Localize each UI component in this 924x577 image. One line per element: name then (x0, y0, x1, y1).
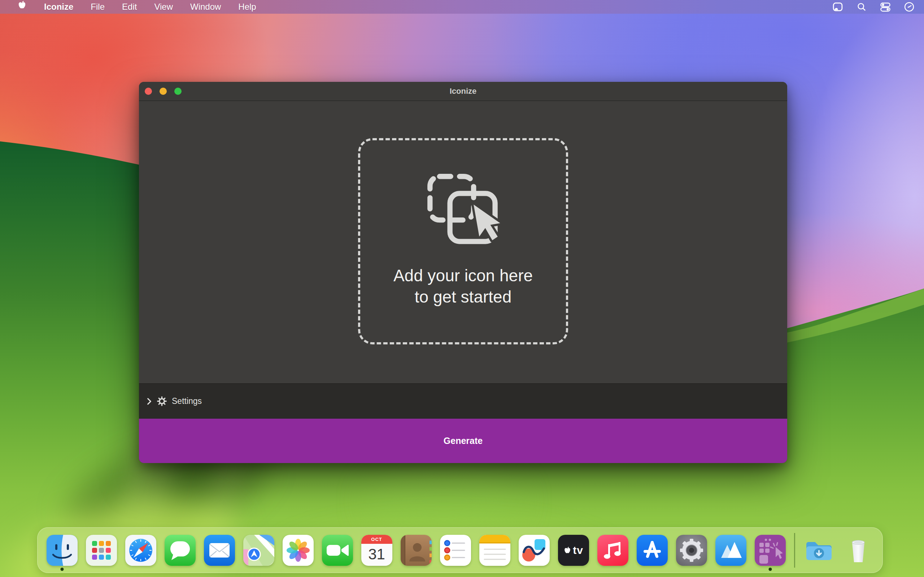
window-title: Iconize (139, 82, 787, 101)
dock-item-safari[interactable] (125, 535, 156, 566)
gear-icon (157, 396, 167, 406)
apple-tv-label: tv (573, 544, 583, 556)
menu-window[interactable]: Window (182, 0, 229, 14)
apple-logo-icon (17, 0, 27, 10)
dock-item-contacts[interactable] (401, 535, 432, 566)
control-center-icon[interactable] (880, 2, 891, 12)
apple-menu[interactable] (10, 0, 35, 14)
dropzone-label: Add your icon here to get started (393, 265, 533, 308)
dock-item-finder[interactable] (47, 535, 78, 566)
minimize-button[interactable] (160, 88, 167, 95)
dock-item-iconize[interactable] (755, 535, 786, 566)
dock-item-freeform[interactable] (519, 535, 550, 566)
calendar-day: 31 (368, 544, 385, 565)
settings-disclosure-row[interactable]: Settings (139, 384, 787, 419)
apple-logo-icon (564, 546, 571, 555)
iconize-window: Iconize Add your icon here to get starte… (139, 82, 787, 463)
dock-item-app-store[interactable] (637, 535, 668, 566)
menu-bar-status (832, 2, 924, 12)
dock-item-launchpad[interactable] (86, 535, 117, 566)
dock-item-calendar[interactable]: OCT 31 (361, 535, 393, 566)
menu-bar: Iconize File Edit View Window Help (0, 0, 924, 14)
dock-item-reminders[interactable] (440, 535, 471, 566)
spotlight-search-icon[interactable] (856, 2, 867, 12)
dock-item-notes[interactable] (479, 535, 510, 566)
zoom-button[interactable] (174, 88, 181, 95)
close-button[interactable] (145, 88, 152, 95)
window-titlebar[interactable]: Iconize (139, 82, 787, 101)
menu-bar-left: Iconize File Edit View Window Help (0, 0, 264, 14)
dropzone-label-line2: to get started (393, 286, 533, 308)
dock: OCT 31 (37, 527, 883, 573)
settings-label: Settings (172, 396, 202, 406)
calendar-month: OCT (361, 535, 393, 544)
chevron-right-icon (146, 397, 152, 405)
dock-item-mountains[interactable] (716, 535, 746, 566)
dock-separator (794, 533, 795, 567)
dock-item-music[interactable] (597, 535, 628, 566)
screen-mirroring-icon[interactable] (832, 2, 843, 12)
menu-edit[interactable]: Edit (114, 0, 145, 14)
menu-app-name[interactable]: Iconize (36, 0, 81, 14)
dock-item-photos[interactable] (283, 535, 313, 566)
menu-file[interactable]: File (82, 0, 113, 14)
dock-item-downloads[interactable] (803, 535, 835, 566)
dropzone-label-line1: Add your icon here (393, 265, 533, 286)
generate-label: Generate (444, 436, 483, 446)
dock-item-system-settings[interactable] (676, 535, 707, 566)
wallpaper-highlight (368, 469, 520, 534)
dock-item-messages[interactable] (165, 535, 195, 566)
dock-item-apple-tv[interactable]: tv (558, 535, 589, 566)
dock-item-mail[interactable] (204, 535, 235, 566)
menu-view[interactable]: View (146, 0, 181, 14)
clock-icon[interactable] (904, 2, 914, 12)
generate-button[interactable]: Generate (139, 419, 787, 463)
add-icon-illustration (426, 172, 500, 248)
dock-item-trash[interactable] (843, 535, 874, 566)
dock-item-facetime[interactable] (322, 535, 353, 566)
menu-help[interactable]: Help (230, 0, 264, 14)
dock-item-maps[interactable] (243, 535, 274, 566)
icon-drop-zone[interactable]: Add your icon here to get started (358, 138, 568, 344)
